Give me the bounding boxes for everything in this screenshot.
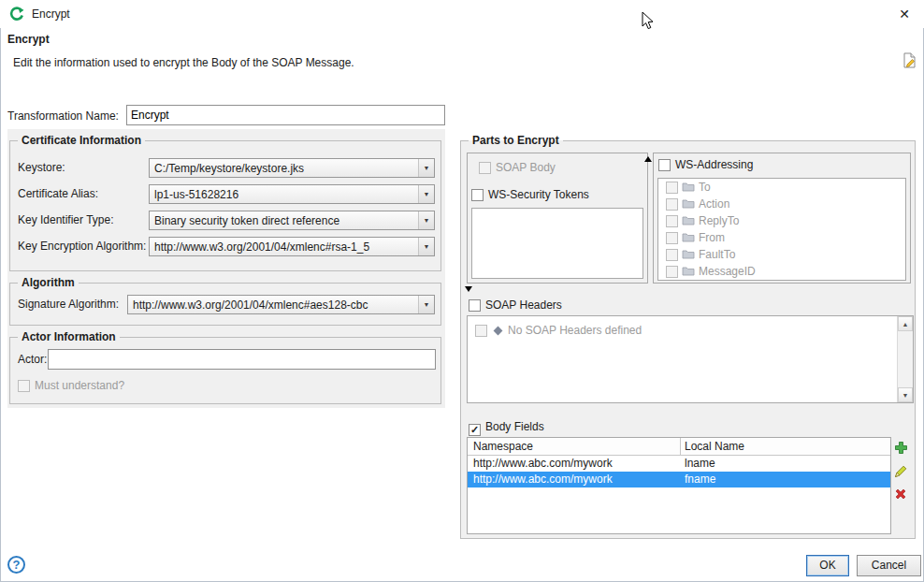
ws-addressing-panel: WS-Addressing To Action ReplyTo From Fau… xyxy=(653,153,911,284)
title-bar: Encrypt ✕ xyxy=(0,0,924,28)
table-row-selected[interactable]: http://www.abc.com/mywork fname xyxy=(468,472,890,487)
soap-headers-scrollbar[interactable]: ▲ ▼ xyxy=(897,316,913,402)
left-form-panel: Certificate Information Keystore: C:/Tem… xyxy=(7,129,445,408)
key-identifier-type-dropdown[interactable]: Binary security token direct reference ▼ xyxy=(149,211,435,230)
column-divider xyxy=(680,438,681,456)
ws-addressing-row: WS-Addressing xyxy=(658,158,753,171)
key-encryption-algorithm-label: Key Encryption Algorithm: xyxy=(18,240,146,253)
body-fields-checkbox[interactable]: ✓ xyxy=(469,424,481,436)
page-title: Encrypt xyxy=(7,33,50,46)
keystore-label: Keystore: xyxy=(18,161,65,174)
soap-headers-label: SOAP Headers xyxy=(485,298,562,312)
must-understand-row: Must understand? xyxy=(18,379,124,392)
key-identifier-type-value: Binary security token direct reference xyxy=(154,214,416,227)
add-row-button[interactable] xyxy=(894,441,909,456)
actor-input[interactable] xyxy=(48,349,436,370)
page-description: Edit the information used to encrypt the… xyxy=(13,56,354,69)
table-row[interactable]: http://www.abc.com/mywork lname xyxy=(468,456,890,472)
must-understand-label: Must understand? xyxy=(35,379,124,392)
body-fields-row: ✓Body Fields xyxy=(469,420,544,436)
no-soap-headers-item: No SOAP Headers defined xyxy=(475,324,642,337)
scroll-down-icon[interactable]: ▼ xyxy=(898,387,913,402)
splitter-arrow-icon[interactable] xyxy=(465,286,472,292)
ws-security-tokens-checkbox[interactable] xyxy=(471,189,484,201)
certificate-alias-dropdown[interactable]: lp1-us-51628216 ▼ xyxy=(149,184,435,204)
to-checkbox xyxy=(666,182,678,194)
ok-button[interactable]: OK xyxy=(806,555,849,576)
messageid-checkbox xyxy=(666,266,678,278)
ws-addressing-label: WS-Addressing xyxy=(675,158,753,171)
certificate-information-group: Certificate Information Keystore: C:/Tem… xyxy=(9,140,441,271)
header-node-icon xyxy=(494,327,503,336)
splitter-arrow-icon[interactable] xyxy=(644,156,652,162)
algorithm-title: Algorithm xyxy=(18,276,79,289)
action-checkbox xyxy=(666,198,678,211)
chevron-down-icon: ▼ xyxy=(418,211,434,229)
edit-row-button[interactable] xyxy=(894,464,909,479)
actor-information-title: Actor Information xyxy=(18,330,120,343)
tree-item-from: From xyxy=(658,229,905,246)
transformation-name-input[interactable] xyxy=(126,105,445,125)
key-encryption-algorithm-dropdown[interactable]: http://www.w3.org/2001/04/xmlenc#rsa-1_5… xyxy=(149,237,435,256)
keystore-dropdown[interactable]: C:/Temp/keystore/keystore.jks ▼ xyxy=(149,158,435,178)
tree-item-messageid: MessageID xyxy=(658,263,905,280)
folder-icon xyxy=(682,230,695,247)
folder-icon xyxy=(682,264,695,281)
tree-item-faultto: FaultTo xyxy=(658,246,905,263)
transformation-name-label: Transformation Name: xyxy=(7,109,119,123)
actor-information-group: Actor Information Actor: Must understand… xyxy=(9,337,441,404)
certificate-alias-label: Certificate Alias: xyxy=(18,187,98,200)
parts-to-encrypt-group: Parts to Encrypt SOAP Body WS-Security T… xyxy=(460,140,916,539)
cell-local-name: fname xyxy=(685,472,715,487)
body-fields-table: Namespace Local Name http://www.abc.com/… xyxy=(467,437,891,534)
no-soap-headers-label: No SOAP Headers defined xyxy=(508,324,642,337)
chevron-down-icon: ▼ xyxy=(418,159,434,177)
signature-algorithm-value: http://www.w3.org/2001/04/xmlenc#aes128-… xyxy=(133,298,416,312)
soap-body-checkbox xyxy=(479,162,491,174)
cancel-button[interactable]: Cancel xyxy=(857,555,921,576)
tree-item-replyto: ReplyTo xyxy=(658,212,905,229)
app-icon xyxy=(9,7,24,22)
chevron-down-icon: ▼ xyxy=(418,185,434,203)
cell-local-name: lname xyxy=(685,456,715,472)
body-fields-label: Body Fields xyxy=(485,420,544,433)
certificate-alias-value: lp1-us-51628216 xyxy=(154,188,416,201)
ws-security-tokens-list[interactable] xyxy=(471,208,643,279)
actor-label: Actor: xyxy=(18,353,47,366)
soap-body-label: SOAP Body xyxy=(496,161,556,174)
folder-icon xyxy=(682,247,695,264)
ws-addressing-tree: To Action ReplyTo From FaultTo MessageID xyxy=(657,178,906,281)
ws-addressing-checkbox[interactable] xyxy=(658,159,671,171)
soap-headers-checkbox[interactable] xyxy=(469,299,481,312)
help-button[interactable]: ? xyxy=(7,556,25,574)
keystore-value: C:/Temp/keystore/keystore.jks xyxy=(154,162,416,175)
soap-headers-row: SOAP Headers xyxy=(469,298,562,312)
tree-item-label: To xyxy=(699,181,711,194)
key-identifier-type-label: Key Identifier Type: xyxy=(18,213,114,226)
cell-namespace: http://www.abc.com/mywork xyxy=(473,472,613,487)
from-checkbox xyxy=(666,232,678,244)
delete-row-button[interactable] xyxy=(894,487,909,502)
chevron-down-icon: ▼ xyxy=(418,238,434,255)
signature-algorithm-dropdown[interactable]: http://www.w3.org/2001/04/xmlenc#aes128-… xyxy=(127,295,435,314)
tree-item-action: Action xyxy=(658,196,905,212)
algorithm-group: Algorithm Signature Algorithm: http://ww… xyxy=(9,283,441,326)
no-soap-headers-checkbox xyxy=(475,325,487,337)
folder-icon xyxy=(682,180,695,196)
scroll-up-icon[interactable]: ▲ xyxy=(898,316,913,331)
cell-namespace: http://www.abc.com/mywork xyxy=(473,456,613,472)
must-understand-checkbox xyxy=(18,380,30,392)
column-header-local-name[interactable]: Local Name xyxy=(685,440,744,453)
soap-body-row: SOAP Body xyxy=(479,161,556,174)
close-icon[interactable]: ✕ xyxy=(894,5,915,23)
soap-headers-list: No SOAP Headers defined ▲ ▼ xyxy=(467,315,914,403)
edit-document-icon xyxy=(902,52,917,68)
tree-item-label: ReplyTo xyxy=(699,214,739,227)
key-encryption-algorithm-value: http://www.w3.org/2001/04/xmlenc#rsa-1_5 xyxy=(154,240,416,254)
encrypt-dialog: Encrypt ✕ Encrypt Edit the information u… xyxy=(0,0,924,582)
ws-security-tokens-label: WS-Security Tokens xyxy=(488,188,589,201)
column-header-namespace[interactable]: Namespace xyxy=(473,440,533,453)
chevron-down-icon: ▼ xyxy=(418,296,434,313)
check-icon: ✓ xyxy=(469,424,480,435)
soap-body-panel: SOAP Body WS-Security Tokens xyxy=(467,153,648,284)
